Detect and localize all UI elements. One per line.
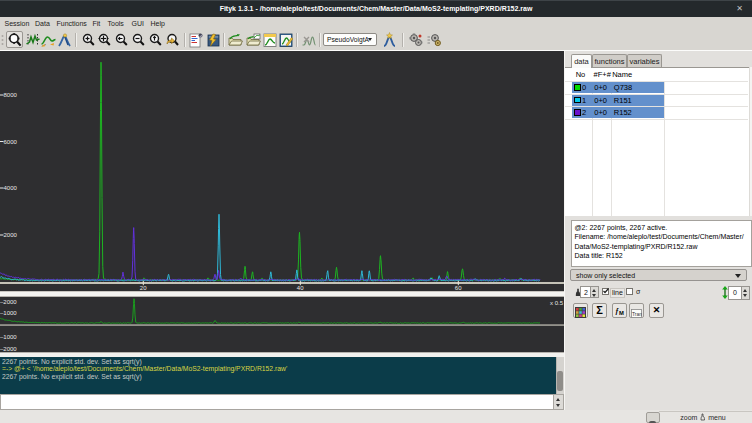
svg-text:8000: 8000 bbox=[4, 92, 18, 98]
svg-text:–2000: –2000 bbox=[0, 299, 17, 305]
svg-text:x 0.5: x 0.5 bbox=[550, 300, 564, 306]
svg-text:–1000: –1000 bbox=[0, 334, 17, 340]
svg-text:–1000: –1000 bbox=[0, 310, 17, 316]
svg-text:40: 40 bbox=[297, 285, 304, 291]
svg-text:20: 20 bbox=[140, 285, 147, 291]
svg-text:4000: 4000 bbox=[4, 185, 18, 191]
svg-text:6000: 6000 bbox=[4, 139, 18, 145]
svg-text:2000: 2000 bbox=[4, 232, 18, 238]
svg-text:Tran: Tran bbox=[632, 311, 642, 317]
svg-text:60: 60 bbox=[455, 285, 462, 291]
svg-text:–2000: –2000 bbox=[0, 346, 17, 352]
